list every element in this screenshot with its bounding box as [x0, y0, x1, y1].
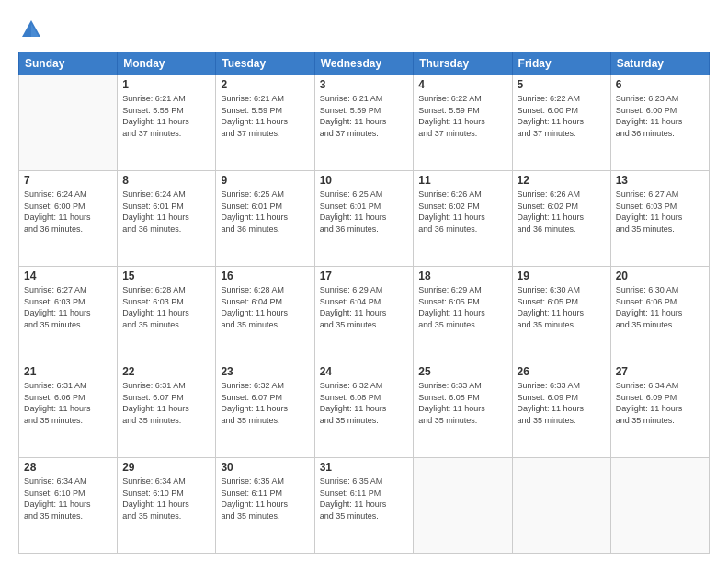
day-info: Sunrise: 6:35 AM Sunset: 6:11 PM Dayligh… — [221, 476, 309, 522]
day-number: 13 — [616, 174, 704, 187]
day-info: Sunrise: 6:34 AM Sunset: 6:09 PM Dayligh… — [616, 380, 704, 426]
day-info: Sunrise: 6:34 AM Sunset: 6:10 PM Dayligh… — [122, 476, 210, 522]
week-row-5: 28Sunrise: 6:34 AM Sunset: 6:10 PM Dayli… — [19, 458, 710, 554]
day-number: 19 — [518, 270, 606, 282]
weekday-header-row: SundayMondayTuesdayWednesdayThursdayFrid… — [19, 52, 710, 75]
day-number: 10 — [320, 174, 409, 187]
day-info: Sunrise: 6:35 AM Sunset: 6:11 PM Dayligh… — [320, 476, 409, 522]
calendar-cell: 11Sunrise: 6:26 AM Sunset: 6:02 PM Dayli… — [414, 171, 512, 267]
calendar-cell: 24Sunrise: 6:32 AM Sunset: 6:08 PM Dayli… — [314, 362, 414, 458]
calendar-cell: 31Sunrise: 6:35 AM Sunset: 6:11 PM Dayli… — [314, 458, 414, 554]
day-number: 21 — [24, 365, 112, 378]
calendar-cell: 15Sunrise: 6:28 AM Sunset: 6:03 PM Dayli… — [118, 267, 216, 362]
day-info: Sunrise: 6:25 AM Sunset: 6:01 PM Dayligh… — [221, 189, 309, 235]
day-info: Sunrise: 6:25 AM Sunset: 6:01 PM Dayligh… — [320, 189, 409, 235]
day-number: 12 — [518, 174, 606, 187]
day-info: Sunrise: 6:31 AM Sunset: 6:06 PM Dayligh… — [24, 380, 112, 426]
calendar-cell: 27Sunrise: 6:34 AM Sunset: 6:09 PM Dayli… — [610, 362, 709, 458]
weekday-header-thursday: Thursday — [414, 52, 512, 75]
calendar-cell: 29Sunrise: 6:34 AM Sunset: 6:10 PM Dayli… — [118, 458, 216, 554]
day-number: 4 — [418, 78, 506, 91]
day-number: 24 — [320, 365, 409, 378]
calendar-cell: 22Sunrise: 6:31 AM Sunset: 6:07 PM Dayli… — [118, 362, 216, 458]
calendar-cell: 16Sunrise: 6:28 AM Sunset: 6:04 PM Dayli… — [216, 267, 314, 362]
day-number: 17 — [320, 270, 409, 282]
day-info: Sunrise: 6:24 AM Sunset: 6:00 PM Dayligh… — [24, 189, 112, 235]
logo-icon — [18, 17, 44, 42]
day-number: 22 — [122, 365, 210, 378]
day-info: Sunrise: 6:30 AM Sunset: 6:05 PM Dayligh… — [518, 284, 606, 330]
day-info: Sunrise: 6:30 AM Sunset: 6:06 PM Dayligh… — [616, 284, 704, 330]
day-number: 15 — [122, 270, 210, 282]
calendar-cell: 14Sunrise: 6:27 AM Sunset: 6:03 PM Dayli… — [19, 267, 118, 362]
calendar-cell — [414, 458, 512, 554]
calendar-cell: 8Sunrise: 6:24 AM Sunset: 6:01 PM Daylig… — [118, 171, 216, 267]
calendar-cell: 20Sunrise: 6:30 AM Sunset: 6:06 PM Dayli… — [610, 267, 709, 362]
week-row-1: 1Sunrise: 6:21 AM Sunset: 5:58 PM Daylig… — [19, 75, 710, 171]
day-number: 27 — [616, 365, 704, 378]
week-row-3: 14Sunrise: 6:27 AM Sunset: 6:03 PM Dayli… — [19, 267, 710, 362]
calendar-cell: 26Sunrise: 6:33 AM Sunset: 6:09 PM Dayli… — [512, 362, 610, 458]
weekday-header-saturday: Saturday — [610, 52, 709, 75]
calendar-cell: 6Sunrise: 6:23 AM Sunset: 6:00 PM Daylig… — [610, 75, 709, 171]
day-number: 5 — [518, 78, 606, 91]
day-info: Sunrise: 6:21 AM Sunset: 5:59 PM Dayligh… — [221, 93, 309, 139]
day-info: Sunrise: 6:27 AM Sunset: 6:03 PM Dayligh… — [616, 189, 704, 235]
day-info: Sunrise: 6:32 AM Sunset: 6:08 PM Dayligh… — [320, 380, 409, 426]
header — [18, 17, 710, 42]
day-info: Sunrise: 6:23 AM Sunset: 6:00 PM Dayligh… — [616, 93, 704, 139]
day-number: 9 — [221, 174, 309, 187]
calendar-cell: 9Sunrise: 6:25 AM Sunset: 6:01 PM Daylig… — [216, 171, 314, 267]
calendar-cell: 13Sunrise: 6:27 AM Sunset: 6:03 PM Dayli… — [610, 171, 709, 267]
calendar-cell: 18Sunrise: 6:29 AM Sunset: 6:05 PM Dayli… — [414, 267, 512, 362]
calendar-cell: 23Sunrise: 6:32 AM Sunset: 6:07 PM Dayli… — [216, 362, 314, 458]
day-info: Sunrise: 6:21 AM Sunset: 5:58 PM Dayligh… — [122, 93, 210, 139]
day-info: Sunrise: 6:33 AM Sunset: 6:09 PM Dayligh… — [518, 380, 606, 426]
calendar-cell — [512, 458, 610, 554]
logo — [18, 17, 48, 42]
calendar-cell: 12Sunrise: 6:26 AM Sunset: 6:02 PM Dayli… — [512, 171, 610, 267]
week-row-2: 7Sunrise: 6:24 AM Sunset: 6:00 PM Daylig… — [19, 171, 710, 267]
day-number: 30 — [221, 461, 309, 474]
weekday-header-friday: Friday — [512, 52, 610, 75]
day-info: Sunrise: 6:29 AM Sunset: 6:04 PM Dayligh… — [320, 284, 409, 330]
day-number: 16 — [221, 270, 309, 282]
day-number: 8 — [122, 174, 210, 187]
day-info: Sunrise: 6:22 AM Sunset: 6:00 PM Dayligh… — [518, 93, 606, 139]
day-info: Sunrise: 6:28 AM Sunset: 6:03 PM Dayligh… — [122, 284, 210, 330]
day-info: Sunrise: 6:22 AM Sunset: 5:59 PM Dayligh… — [418, 93, 506, 139]
calendar-cell: 7Sunrise: 6:24 AM Sunset: 6:00 PM Daylig… — [19, 171, 118, 267]
day-info: Sunrise: 6:26 AM Sunset: 6:02 PM Dayligh… — [418, 189, 506, 235]
day-info: Sunrise: 6:33 AM Sunset: 6:08 PM Dayligh… — [418, 380, 506, 426]
calendar-cell: 5Sunrise: 6:22 AM Sunset: 6:00 PM Daylig… — [512, 75, 610, 171]
weekday-header-sunday: Sunday — [19, 52, 118, 75]
day-info: Sunrise: 6:31 AM Sunset: 6:07 PM Dayligh… — [122, 380, 210, 426]
weekday-header-monday: Monday — [118, 52, 216, 75]
calendar-cell: 1Sunrise: 6:21 AM Sunset: 5:58 PM Daylig… — [118, 75, 216, 171]
day-number: 25 — [418, 365, 506, 378]
week-row-4: 21Sunrise: 6:31 AM Sunset: 6:06 PM Dayli… — [19, 362, 710, 458]
calendar-cell — [19, 75, 118, 171]
calendar-cell: 28Sunrise: 6:34 AM Sunset: 6:10 PM Dayli… — [19, 458, 118, 554]
calendar-cell — [610, 458, 709, 554]
day-number: 29 — [122, 461, 210, 474]
calendar-cell: 2Sunrise: 6:21 AM Sunset: 5:59 PM Daylig… — [216, 75, 314, 171]
calendar-cell: 19Sunrise: 6:30 AM Sunset: 6:05 PM Dayli… — [512, 267, 610, 362]
day-info: Sunrise: 6:34 AM Sunset: 6:10 PM Dayligh… — [24, 476, 112, 522]
day-number: 1 — [122, 78, 210, 91]
calendar-cell: 21Sunrise: 6:31 AM Sunset: 6:06 PM Dayli… — [19, 362, 118, 458]
day-number: 6 — [616, 78, 704, 91]
day-number: 20 — [616, 270, 704, 282]
day-info: Sunrise: 6:21 AM Sunset: 5:59 PM Dayligh… — [320, 93, 409, 139]
day-number: 18 — [418, 270, 506, 282]
calendar-cell: 10Sunrise: 6:25 AM Sunset: 6:01 PM Dayli… — [314, 171, 414, 267]
day-info: Sunrise: 6:24 AM Sunset: 6:01 PM Dayligh… — [122, 189, 210, 235]
day-number: 3 — [320, 78, 409, 91]
calendar-cell: 3Sunrise: 6:21 AM Sunset: 5:59 PM Daylig… — [314, 75, 414, 171]
calendar-table: SundayMondayTuesdayWednesdayThursdayFrid… — [18, 52, 710, 554]
day-info: Sunrise: 6:28 AM Sunset: 6:04 PM Dayligh… — [221, 284, 309, 330]
day-info: Sunrise: 6:26 AM Sunset: 6:02 PM Dayligh… — [518, 189, 606, 235]
day-number: 26 — [518, 365, 606, 378]
day-info: Sunrise: 6:27 AM Sunset: 6:03 PM Dayligh… — [24, 284, 112, 330]
page: SundayMondayTuesdayWednesdayThursdayFrid… — [0, 0, 728, 563]
